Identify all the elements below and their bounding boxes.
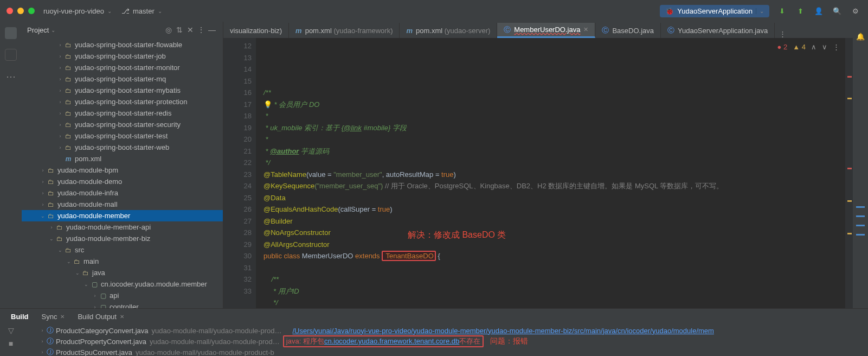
prev-highlight-icon[interactable]: ∧ [811, 41, 816, 53]
tree-twisty[interactable]: ⌄ [48, 236, 55, 241]
more-tools-icon[interactable]: ⋯ [6, 71, 16, 82]
code-with-me-icon[interactable]: 👤 [813, 5, 825, 17]
tree-twisty[interactable]: › [91, 293, 99, 298]
tree-twisty[interactable]: › [56, 99, 64, 105]
tree-item[interactable]: ⌄🗀java [22, 267, 223, 278]
build-tab[interactable]: Build Output✕ [72, 310, 130, 323]
tree-item[interactable]: ›🗀yudao-spring-boot-starter-redis [22, 107, 223, 119]
tree-item[interactable]: ›🗀yudao-spring-boot-starter-mq [22, 73, 223, 85]
tree-twisty[interactable]: › [56, 77, 64, 82]
zoom-window-icon[interactable] [28, 8, 35, 14]
build-row[interactable]: ›ⒿProductCategoryConvert.javayudao-modul… [22, 325, 868, 336]
tree-twisty[interactable]: ⌄ [65, 259, 73, 264]
tree-twisty[interactable]: ⌄ [74, 270, 81, 276]
tree-item[interactable]: ›🗀yudao-spring-boot-starter-web [22, 142, 223, 153]
search-icon[interactable]: 🔍 [831, 5, 843, 17]
tree-item[interactable]: ›▢api [22, 290, 223, 301]
tree-twisty[interactable]: › [56, 65, 64, 71]
options-icon[interactable]: ⋮ [196, 26, 207, 34]
tree-item[interactable]: ⌄🗀yudao-module-member [22, 210, 223, 221]
hide-icon[interactable]: — [207, 26, 217, 34]
editor-tab[interactable]: visualization-biz) [223, 23, 289, 38]
tree-twisty[interactable]: › [56, 54, 64, 59]
stop-icon[interactable]: ■ [9, 339, 13, 348]
close-window-icon[interactable] [7, 8, 13, 14]
project-tool-title[interactable]: Project [27, 26, 49, 34]
update-icon[interactable]: ⬇ [776, 5, 788, 17]
tree-item[interactable]: ⌄🗀yudao-module-member-biz [22, 233, 223, 244]
build-icon[interactable]: ⬆ [794, 5, 806, 17]
project-selector[interactable]: ruoyi-vue-pro-video ⌄ [43, 7, 112, 15]
tree-twisty[interactable]: › [56, 145, 64, 150]
build-tab[interactable]: Build [5, 310, 34, 323]
tree-item[interactable]: ›🗀yudao-spring-boot-starter-protection [22, 96, 223, 107]
tree-twisty[interactable]: › [56, 134, 64, 139]
tree-twisty[interactable]: › [56, 42, 64, 48]
close-icon[interactable]: ✕ [60, 314, 65, 320]
build-row[interactable]: ›ⒿProductSpuConvert.javayudao-module-mal… [22, 347, 868, 356]
tree-item[interactable]: ›▢controller [22, 301, 223, 308]
project-tree[interactable]: ›🗀yudao-spring-boot-starter-flowable›🗀yu… [22, 38, 223, 308]
select-opened-icon[interactable]: ◎ [163, 26, 174, 34]
tree-twisty[interactable]: › [39, 190, 47, 196]
error-stripe[interactable] [845, 38, 853, 308]
tree-twisty[interactable]: ⌄ [39, 213, 47, 219]
inspection-menu-icon[interactable]: ⋮ [833, 41, 840, 53]
error-token[interactable]: TenantBaseDO [382, 251, 436, 261]
tree-twisty[interactable]: › [91, 304, 99, 309]
chevron-down-icon[interactable]: ⌄ [51, 27, 55, 33]
editor-tab[interactable]: mpom.xml (yudao-framework) [289, 23, 400, 38]
tree-twisty[interactable]: › [39, 202, 47, 207]
editor-tab[interactable]: mpom.xml (yudao-server) [400, 23, 497, 38]
tree-item[interactable]: ⌄🗀main [22, 256, 223, 267]
tree-item[interactable]: ›🗀yudao-spring-boot-starter-monitor [22, 62, 223, 73]
tree-item[interactable]: ›🗀yudao-spring-boot-starter-mybatis [22, 85, 223, 96]
structure-tool-button[interactable] [5, 49, 17, 61]
close-icon[interactable]: ✕ [120, 314, 124, 320]
tree-item[interactable]: ›🗀yudao-spring-boot-starter-job [22, 50, 223, 62]
tree-item[interactable]: ›🗀yudao-module-member-api [22, 221, 223, 233]
tree-item[interactable]: ›🗀yudao-module-mall [22, 199, 223, 210]
build-tab[interactable]: Sync✕ [36, 310, 70, 323]
inspection-widget[interactable]: ● 2 ▲ 4 ∧ ∨ ⋮ [777, 41, 840, 53]
tree-twisty[interactable]: › [56, 88, 64, 93]
settings-icon[interactable]: ⚙ [850, 5, 861, 17]
tree-item[interactable]: ›🗀yudao-spring-boot-starter-security [22, 119, 223, 130]
tree-twisty[interactable]: › [38, 349, 47, 355]
editor-tab[interactable]: ⒸBaseDO.java [595, 23, 661, 38]
editor-tab[interactable]: ⒸMemberUserDO.java✕ [497, 23, 595, 38]
tree-twisty[interactable]: ⌄ [82, 282, 90, 287]
tree-item[interactable]: ›🗀yudao-spring-boot-starter-test [22, 130, 223, 142]
tree-twisty[interactable]: › [38, 339, 47, 344]
tree-twisty[interactable]: › [39, 179, 47, 185]
vcs-branch[interactable]: ⎇ master ⌄ [121, 7, 162, 15]
tree-twisty[interactable]: ⌄ [56, 247, 64, 253]
error-link[interactable]: /Users/yunai/Java/ruoyi-vue-pro-video/yu… [292, 327, 713, 335]
run-configuration[interactable]: 🐞 YudaoServerApplication ⌄ [660, 5, 769, 17]
build-output[interactable]: ›ⒿProductCategoryConvert.javayudao-modul… [22, 324, 868, 356]
collapse-icon[interactable]: ✕ [185, 26, 196, 34]
tree-item[interactable]: mpom.xml [22, 153, 223, 164]
tree-twisty[interactable]: › [48, 225, 55, 230]
close-tab-icon[interactable]: ✕ [583, 26, 588, 33]
tree-twisty[interactable]: › [56, 111, 64, 116]
filter-icon[interactable]: ▽ [8, 326, 14, 335]
tree-item[interactable]: ⌄▢cn.iocoder.yudao.module.member [22, 278, 223, 290]
tree-item[interactable]: ⌄🗀src [22, 244, 223, 256]
tree-twisty[interactable]: › [38, 328, 47, 333]
minimize-window-icon[interactable] [17, 8, 24, 14]
code-editor[interactable]: ● 2 ▲ 4 ∧ ∨ ⋮ /**💡 * 会员用户 DO * * uk_mobi… [256, 38, 845, 308]
tree-item[interactable]: ›🗀yudao-module-demo [22, 176, 223, 187]
notifications-icon[interactable]: 🔔 [856, 33, 865, 41]
build-row[interactable]: ›ⒿProductPropertyConvert.javayudao-modul… [22, 336, 868, 347]
expand-icon[interactable]: ⇅ [174, 26, 185, 34]
tree-item[interactable]: ›🗀yudao-spring-boot-starter-flowable [22, 39, 223, 50]
next-highlight-icon[interactable]: ∨ [822, 41, 827, 53]
editor-tab[interactable]: ⒸYudaoServerApplication.java [661, 23, 775, 38]
project-tool-button[interactable] [5, 27, 17, 39]
more-tabs-icon[interactable]: ⋮ [775, 30, 790, 38]
tree-twisty[interactable]: › [56, 122, 64, 128]
tree-twisty[interactable]: › [39, 168, 47, 173]
tree-item[interactable]: ›🗀yudao-module-bpm [22, 164, 223, 176]
tree-item[interactable]: ›🗀yudao-module-infra [22, 187, 223, 199]
